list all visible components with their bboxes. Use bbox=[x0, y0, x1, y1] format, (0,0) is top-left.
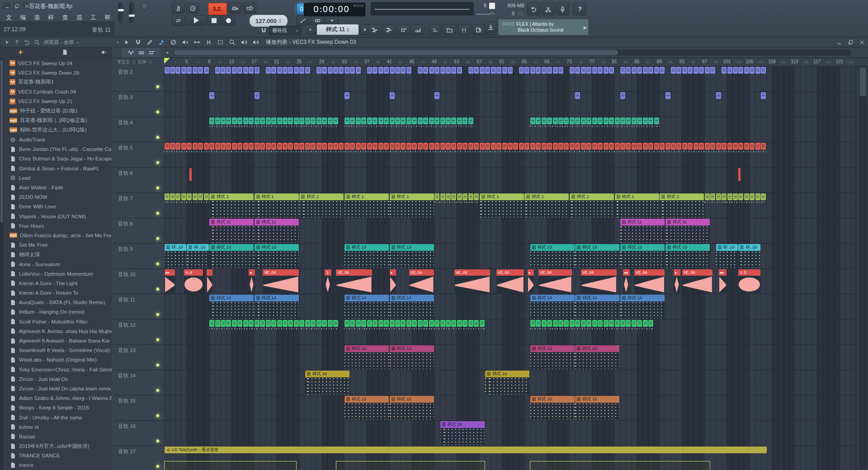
pins-button[interactable] bbox=[458, 24, 471, 35]
track-mute-led[interactable] bbox=[156, 338, 160, 342]
track-lane[interactable]: LD TeleSynth - 通道音量 bbox=[164, 446, 854, 470]
mini-clip[interactable] bbox=[547, 67, 552, 74]
mini-clip[interactable] bbox=[198, 143, 203, 150]
mini-clip[interactable] bbox=[204, 67, 209, 74]
browser-item[interactable]: WiseLabs - Nahash (Original Mix) bbox=[3, 355, 112, 365]
mini-clip[interactable] bbox=[586, 67, 591, 74]
mini-clip[interactable] bbox=[744, 193, 749, 200]
mini-clip[interactable] bbox=[434, 320, 439, 327]
mini-clip[interactable] bbox=[524, 67, 529, 74]
mini-clip[interactable] bbox=[451, 118, 456, 124]
browser-item[interactable]: Gimbal & Sinan + Futorial - RawFL bbox=[3, 164, 112, 173]
browser-tab-file-page[interactable] bbox=[61, 49, 68, 56]
mini-clip[interactable] bbox=[722, 143, 726, 150]
mini-clip[interactable] bbox=[542, 143, 547, 150]
dashes-button[interactable] bbox=[429, 24, 442, 35]
track-header-8[interactable]: 音轨 8 bbox=[113, 218, 164, 244]
mini-clip[interactable] bbox=[311, 320, 316, 327]
pattern-clip[interactable]: 样式 15 bbox=[344, 396, 389, 420]
mini-clip[interactable] bbox=[215, 67, 220, 74]
mini-clip[interactable] bbox=[288, 67, 293, 74]
mini-clip[interactable] bbox=[249, 320, 254, 327]
playlist-button[interactable] bbox=[368, 24, 381, 35]
mini-clip[interactable] bbox=[322, 118, 327, 124]
mini-clip[interactable] bbox=[316, 118, 321, 124]
mini-clip[interactable] bbox=[255, 92, 259, 99]
mini-clip[interactable] bbox=[632, 320, 637, 327]
mini-clip[interactable] bbox=[716, 92, 721, 99]
track-mute-led[interactable] bbox=[156, 414, 160, 418]
mini-clip[interactable] bbox=[204, 193, 209, 200]
mini-clip[interactable] bbox=[406, 118, 411, 124]
scissors-button[interactable] bbox=[542, 3, 555, 15]
mini-clip[interactable] bbox=[226, 320, 231, 327]
mini-clip[interactable] bbox=[761, 143, 766, 150]
browser-item[interactable]: mp3程响-世界这么大.. (DJ阿Q版) bbox=[3, 125, 112, 135]
audio-clip[interactable] bbox=[207, 269, 212, 293]
mini-clip[interactable] bbox=[660, 67, 665, 74]
mini-clip[interactable] bbox=[564, 320, 569, 327]
mini-clip[interactable] bbox=[688, 143, 693, 150]
mini-clip[interactable] bbox=[299, 320, 304, 327]
mini-clip[interactable] bbox=[637, 320, 642, 327]
mini-clip[interactable] bbox=[429, 143, 434, 150]
track-mute-led[interactable] bbox=[156, 160, 160, 165]
up-icon[interactable] bbox=[14, 39, 20, 46]
mini-clip[interactable] bbox=[209, 143, 214, 150]
mini-clip[interactable] bbox=[604, 118, 609, 124]
mini-clip[interactable] bbox=[305, 320, 310, 327]
mini-clip[interactable] bbox=[542, 118, 547, 124]
mini-clip[interactable] bbox=[271, 67, 276, 74]
mini-clip[interactable] bbox=[451, 320, 456, 327]
mini-clip[interactable] bbox=[412, 143, 417, 150]
mini-clip[interactable] bbox=[598, 118, 603, 124]
pattern-clip[interactable]: 样式 13 bbox=[255, 244, 299, 268]
mini-clip[interactable] bbox=[530, 67, 535, 74]
mini-clip[interactable] bbox=[592, 67, 597, 74]
chevron-right-icon[interactable]: ▸ bbox=[117, 40, 119, 44]
mini-clip[interactable] bbox=[755, 67, 760, 74]
mini-clip[interactable] bbox=[373, 143, 377, 150]
pl-tool-marquee[interactable] bbox=[217, 39, 224, 46]
mini-clip[interactable] bbox=[733, 67, 738, 74]
mini-clip[interactable] bbox=[181, 193, 186, 200]
track-header-13[interactable]: 音轨 13 bbox=[113, 345, 164, 370]
mini-clip[interactable] bbox=[328, 143, 333, 150]
mini-clip[interactable] bbox=[665, 92, 670, 99]
browser-item[interactable]: kshmr id bbox=[3, 422, 112, 432]
mini-clip[interactable] bbox=[423, 320, 428, 327]
mini-clip[interactable] bbox=[710, 67, 715, 74]
mini-clip[interactable] bbox=[384, 320, 389, 327]
mini-clip[interactable] bbox=[620, 118, 625, 124]
mini-clip[interactable] bbox=[468, 118, 473, 124]
mini-clip[interactable] bbox=[401, 143, 406, 150]
mini-clip[interactable] bbox=[575, 118, 580, 124]
mini-clip[interactable] bbox=[384, 118, 389, 124]
pattern-clip[interactable]: 样式 1 bbox=[480, 193, 524, 217]
download-button[interactable] bbox=[485, 22, 496, 33]
mini-clip[interactable] bbox=[755, 193, 760, 200]
mini-clip[interactable] bbox=[243, 143, 248, 150]
mini-clip[interactable] bbox=[299, 143, 304, 150]
mini-clip[interactable] bbox=[344, 92, 349, 99]
track-lane[interactable]: ▸▸V..8▸VE..043VE..04▸VE..04VE..04VE..04▸… bbox=[164, 269, 854, 294]
pattern-clip[interactable]: 样式 12 bbox=[530, 345, 575, 369]
mini-clip[interactable] bbox=[643, 320, 648, 327]
play-button[interactable] bbox=[186, 15, 206, 26]
mini-clip[interactable] bbox=[305, 118, 310, 124]
mini-clip[interactable] bbox=[434, 67, 439, 74]
mini-clip[interactable] bbox=[423, 118, 428, 124]
browser-item[interactable]: TRANCE DANCE bbox=[3, 451, 112, 461]
browser-item[interactable]: Kieron A Gore - Return To bbox=[3, 288, 112, 298]
mini-clip[interactable] bbox=[226, 67, 231, 74]
mini-clip[interactable] bbox=[637, 67, 642, 74]
mini-clip[interactable] bbox=[671, 143, 676, 150]
mini-clip[interactable] bbox=[193, 143, 198, 150]
piano-roll-button[interactable] bbox=[382, 24, 396, 35]
track-header-16[interactable]: 音轨 16 bbox=[113, 421, 164, 446]
playlist-minimize-button[interactable] bbox=[836, 39, 843, 46]
mini-clip[interactable] bbox=[232, 118, 237, 124]
pl-tool-playback-speaker[interactable] bbox=[241, 39, 247, 46]
track-mute-led[interactable] bbox=[156, 439, 160, 443]
mini-clip[interactable] bbox=[170, 67, 175, 74]
